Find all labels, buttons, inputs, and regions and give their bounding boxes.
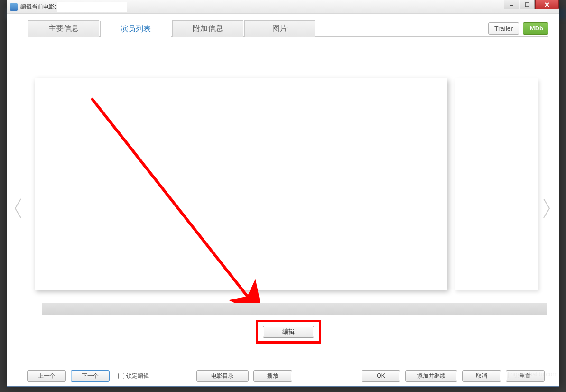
- cancel-button[interactable]: 取消: [462, 370, 501, 382]
- lock-edit-label: 锁定编辑: [126, 372, 149, 380]
- window-controls: [503, 0, 559, 9]
- minimize-button[interactable]: [504, 0, 519, 9]
- close-icon: [544, 2, 550, 8]
- trailer-label: Trailer: [494, 25, 513, 32]
- close-button[interactable]: [535, 0, 559, 9]
- btn-label: 下一个: [82, 372, 99, 380]
- app-icon: [10, 3, 18, 11]
- window-title: 编辑当前电影:: [20, 3, 56, 11]
- content-area: 主要信息 演员列表 附加信息 图片 Trailer IMDb: [7, 14, 559, 386]
- tab-main-info[interactable]: 主要信息: [28, 20, 99, 37]
- tab-label: 主要信息: [48, 24, 79, 34]
- btn-label: 重置: [520, 372, 531, 380]
- add-continue-button[interactable]: 添加并继续: [405, 370, 457, 382]
- tab-label: 附加信息: [193, 24, 223, 34]
- tab-label: 演员列表: [121, 24, 151, 34]
- tabs-row: 主要信息 演员列表 附加信息 图片 Trailer IMDb: [28, 20, 548, 37]
- btn-label: 取消: [476, 372, 487, 380]
- maximize-icon: [525, 2, 529, 7]
- cast-panel: [35, 78, 447, 290]
- titlebar[interactable]: 编辑当前电影:: [7, 0, 559, 14]
- minimize-icon: [509, 2, 514, 7]
- tabs-right-buttons: Trailer IMDb: [488, 22, 548, 35]
- gallery-shelf: [42, 303, 547, 315]
- ok-button[interactable]: OK: [362, 370, 400, 382]
- next-button[interactable]: 下一个: [71, 370, 110, 382]
- annotation-highlight-box: 编辑: [256, 320, 321, 344]
- movie-dir-button[interactable]: 电影目录: [196, 370, 249, 382]
- svg-rect-1: [525, 3, 529, 7]
- reset-button[interactable]: 重置: [506, 370, 545, 382]
- maximize-button[interactable]: [520, 0, 535, 9]
- tab-label: 图片: [272, 24, 288, 34]
- chevron-left-icon: [13, 198, 23, 219]
- prev-button[interactable]: 上一个: [27, 370, 66, 382]
- chevron-right-icon: [542, 198, 551, 219]
- side-panel: [455, 78, 538, 290]
- edit-button[interactable]: 编辑: [263, 326, 314, 338]
- btn-label: 电影目录: [211, 372, 234, 380]
- bottom-bar: 上一个 下一个 锁定编辑 电影目录 播放 OK 添加并继续 取消 重置: [27, 369, 545, 383]
- btn-label: 播放: [267, 372, 278, 380]
- tab-cast-list[interactable]: 演员列表: [100, 21, 171, 37]
- nav-next-arrow[interactable]: [542, 198, 551, 223]
- btn-label: 添加并继续: [417, 372, 445, 380]
- lock-edit-checkbox[interactable]: 锁定编辑: [116, 372, 149, 381]
- title-redacted-box: [57, 2, 127, 12]
- tab-images[interactable]: 图片: [244, 20, 315, 37]
- trailer-button[interactable]: Trailer: [488, 22, 519, 35]
- btn-label: 上一个: [38, 372, 55, 380]
- nav-prev-arrow[interactable]: [13, 198, 23, 223]
- play-button[interactable]: 播放: [253, 370, 292, 382]
- dialog-window: 编辑当前电影: 主要信息 演员列表 附加信息 图片 Trailer IMDb: [7, 0, 559, 387]
- lock-edit-input[interactable]: [118, 373, 124, 379]
- edit-button-label: 编辑: [282, 327, 295, 336]
- imdb-button[interactable]: IMDb: [523, 22, 548, 35]
- imdb-label: IMDb: [528, 25, 543, 32]
- tab-additional-info[interactable]: 附加信息: [172, 20, 243, 37]
- btn-label: OK: [377, 373, 385, 379]
